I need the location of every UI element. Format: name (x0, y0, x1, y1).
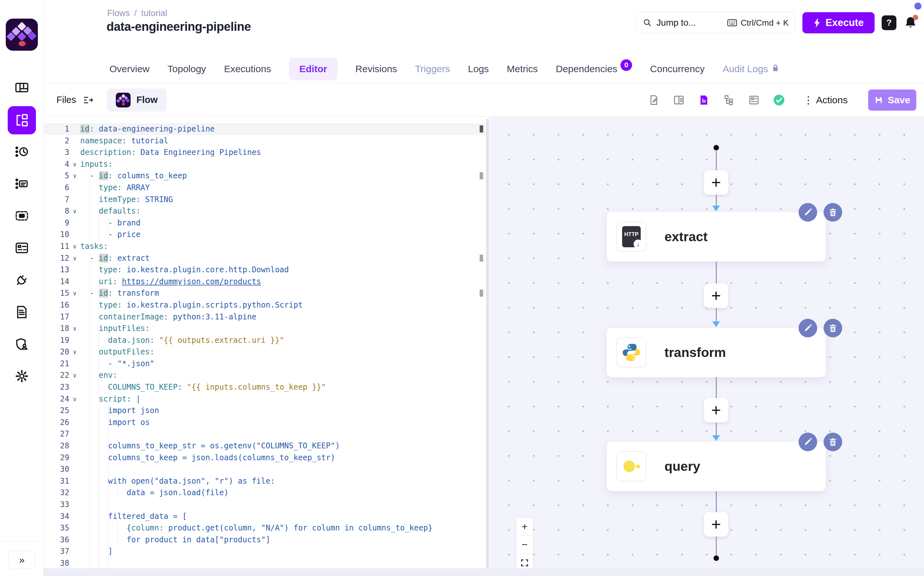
code-line-21[interactable]: 21 - "*.json" (44, 358, 485, 370)
breadcrumb-flows[interactable]: Flows (107, 8, 130, 18)
sidebar-item-settings[interactable] (0, 361, 44, 393)
code-line-3[interactable]: 3description: Data Engineering Pipelines (44, 147, 485, 158)
form-view-icon[interactable] (748, 94, 761, 107)
task-node-transform[interactable]: transform (606, 328, 826, 378)
code-line-1[interactable]: 1id: data-engineering-pipeline (44, 123, 485, 135)
tree-view-icon[interactable] (722, 94, 735, 107)
toggle-file-explorer-icon[interactable] (83, 95, 94, 105)
fold-chevron-icon[interactable]: ∨ (69, 253, 80, 264)
sidebar-item-dashboard[interactable] (0, 72, 44, 104)
code-line-32[interactable]: 32 data = json.load(file) (44, 487, 485, 499)
code-line-11[interactable]: 11∨tasks: (44, 240, 485, 253)
validation-check-icon[interactable] (773, 94, 785, 107)
code-line-22[interactable]: 22∨ env: (44, 370, 485, 381)
tab-concurrency[interactable]: Concurrency (650, 64, 705, 74)
sidebar-item-tests[interactable] (0, 297, 44, 329)
code-line-25[interactable]: 25 import json (44, 405, 485, 417)
tab-logs[interactable]: Logs (468, 64, 489, 74)
delete-task-button[interactable] (823, 319, 842, 338)
code-editor[interactable]: 1id: data-engineering-pipeline2namespace… (44, 117, 485, 576)
code-line-6[interactable]: 6 type: ARRAY (44, 182, 485, 194)
task-node-query[interactable]: query (606, 441, 826, 491)
code-line-7[interactable]: 7 itemType: STRING (44, 194, 485, 206)
code-line-26[interactable]: 26 import os (44, 417, 485, 429)
split-view-icon[interactable] (673, 94, 685, 107)
fold-chevron-icon[interactable]: ∨ (69, 205, 80, 217)
code-line-4[interactable]: 4∨inputs: (44, 158, 485, 170)
tab-executions[interactable]: Executions (224, 64, 271, 74)
sidebar-expand-button[interactable]: » (8, 551, 35, 569)
sidebar-item-flows[interactable] (0, 104, 44, 136)
fold-chevron-icon[interactable]: ∨ (69, 287, 80, 299)
zoom-out-button[interactable]: − (516, 536, 533, 554)
execute-button[interactable]: Execute (802, 12, 874, 34)
flow-file-tab[interactable]: Flow (107, 88, 167, 112)
code-line-17[interactable]: 17 containerImage: python:3.11-alpine (44, 311, 485, 323)
code-line-23[interactable]: 23 COLUMNS_TO_KEEP: "{{ inputs.columns_t… (44, 381, 485, 393)
add-task-button[interactable]: + (704, 170, 728, 195)
fold-chevron-icon[interactable]: ∨ (69, 170, 80, 182)
code-line-30[interactable]: 30 (44, 464, 485, 475)
code-line-12[interactable]: 12∨ - id: extract (44, 253, 485, 264)
add-task-button[interactable]: + (704, 398, 728, 422)
code-line-29[interactable]: 29 columns_to_keep = json.loads(columns_… (44, 452, 485, 464)
fold-chevron-icon[interactable]: ∨ (69, 240, 80, 253)
code-line-24[interactable]: 24∨ script: | (44, 393, 485, 405)
edit-task-button[interactable] (799, 433, 817, 451)
code-line-18[interactable]: 18∨ inputFiles: (44, 323, 485, 334)
overview-ruler[interactable] (479, 117, 483, 576)
add-task-button[interactable]: + (704, 283, 728, 308)
code-line-35[interactable]: 35 {column: product.get(column, "N/A") f… (44, 522, 485, 534)
save-button[interactable]: Save (868, 90, 916, 110)
fold-chevron-icon[interactable]: ∨ (69, 346, 80, 358)
code-line-15[interactable]: 15∨ - id: transform (44, 287, 485, 299)
fold-chevron-icon[interactable]: ∨ (69, 370, 80, 381)
actions-menu[interactable]: ⋮ Actions (803, 94, 848, 106)
tab-overview[interactable]: Overview (109, 64, 149, 74)
tab-revisions[interactable]: Revisions (356, 64, 397, 74)
tab-editor[interactable]: Editor (289, 58, 338, 80)
code-line-28[interactable]: 28 columns_to_keep_str = os.getenv("COLU… (44, 440, 485, 452)
tab-dependencies[interactable]: Dependencies0 (556, 63, 632, 75)
edit-task-button[interactable] (799, 319, 817, 338)
code-line-13[interactable]: 13 type: io.kestra.plugin.core.http.Down… (44, 264, 485, 276)
code-line-16[interactable]: 16 type: io.kestra.plugin.scripts.python… (44, 299, 485, 311)
code-line-2[interactable]: 2namespace: tutorial (44, 135, 485, 147)
sidebar-item-namespaces[interactable] (0, 200, 44, 232)
tab-audit-logs[interactable]: Audit Logs (722, 64, 780, 74)
code-line-36[interactable]: 36 for product in data["products"] (44, 534, 485, 546)
sidebar-item-executions[interactable] (0, 136, 44, 168)
fold-chevron-icon[interactable]: ∨ (69, 393, 80, 405)
sidebar-item-blueprints[interactable] (0, 232, 44, 265)
code-line-34[interactable]: 34 filtered_data = [ (44, 510, 485, 522)
code-line-37[interactable]: 37 ] (44, 546, 485, 557)
code-line-9[interactable]: 9 - brand (44, 217, 485, 229)
tab-metrics[interactable]: Metrics (507, 64, 538, 74)
code-line-19[interactable]: 19 data.json: "{{ outputs.extract.uri }}… (44, 334, 485, 346)
sidebar-item-logs[interactable] (0, 168, 44, 200)
tab-topology[interactable]: Topology (168, 64, 206, 74)
breadcrumb-namespace[interactable]: tutorial (141, 8, 167, 18)
code-line-31[interactable]: 31 with open("data.json", "r") as file: (44, 475, 485, 487)
doc-view-icon[interactable] (698, 94, 710, 107)
jump-to-search[interactable]: Jump to... Ctrl/Cmd + K (636, 12, 795, 34)
task-node-extract[interactable]: HTTP↓extract (606, 212, 826, 262)
code-line-27[interactable]: 27 (44, 428, 485, 440)
add-task-button[interactable]: + (704, 512, 728, 536)
code-line-14[interactable]: 14 uri: https://dummyjson.com/products (44, 276, 485, 288)
file-edit-icon[interactable] (647, 94, 660, 107)
sidebar-item-iam[interactable] (0, 329, 44, 361)
fold-chevron-icon[interactable]: ∨ (69, 158, 80, 170)
delete-task-button[interactable] (823, 433, 842, 451)
zoom-in-button[interactable]: + (516, 518, 533, 536)
delete-task-button[interactable] (823, 203, 842, 222)
fold-chevron-icon[interactable]: ∨ (69, 323, 80, 334)
code-line-33[interactable]: 33 (44, 499, 485, 510)
edit-task-button[interactable] (799, 203, 817, 222)
panel-divider[interactable] (485, 117, 490, 576)
code-line-5[interactable]: 5∨ - id: columns_to_keep (44, 170, 485, 182)
code-line-10[interactable]: 10 - price (44, 229, 485, 240)
kestra-logo[interactable] (6, 19, 38, 51)
files-label[interactable]: Files (56, 94, 76, 105)
notifications-bell-icon[interactable] (903, 15, 918, 30)
